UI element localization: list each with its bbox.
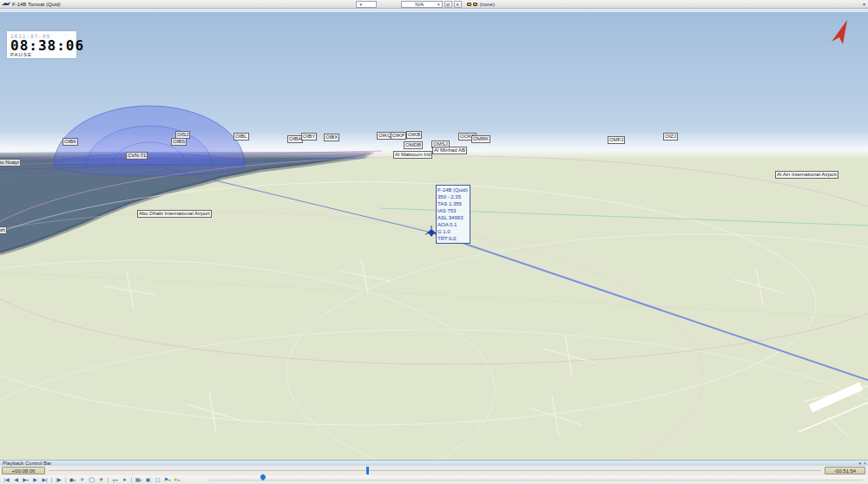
previous-sample-button[interactable]: ◀ <box>11 476 21 484</box>
map-label[interactable]: OMRK <box>471 135 490 143</box>
secondary-object-combo[interactable]: N/A ▾ <box>401 1 443 8</box>
world-viewport[interactable]: OIBKOISJOIBSCVN-71OIBLOIBAOIBYOIBXOIKQOI… <box>0 12 868 460</box>
camera-button[interactable]: ◉▾ <box>68 476 77 484</box>
jump-to-end-button[interactable]: ▶| <box>40 476 49 484</box>
app-logo-icon <box>2 1 10 7</box>
map-label[interactable]: Al Maktoum Intl <box>393 151 432 159</box>
chevron-down-icon: ▾ <box>360 2 363 7</box>
clock-overlay: 2011-07-09 08:38:06 PAUSE <box>7 31 76 58</box>
cockpit-view-button[interactable]: ✈ <box>96 476 106 484</box>
tacview-window: F-14B Tomcat (Quid) ▾ N/A ▾ ⇄ ▾ (none) ▾ <box>0 0 868 484</box>
labels-button[interactable]: ▣ <box>143 476 153 484</box>
telemetry-title: F-14B (Quid) <box>437 186 469 193</box>
elapsed-time-button[interactable]: +00:08:06 <box>2 467 45 474</box>
map-label[interactable]: Abu Nuayr <box>0 159 21 167</box>
remaining-time-button[interactable]: -00:51:54 <box>825 467 865 474</box>
vr-glasses-icon[interactable] <box>467 2 477 7</box>
map-label[interactable]: Abu Dhabi International Airport <box>137 210 212 218</box>
toolbar-overflow-chevron-icon[interactable]: ▾ <box>863 1 865 7</box>
clock-time: 08:38:06 <box>10 39 73 52</box>
map-label[interactable]: OMDB <box>404 141 423 149</box>
charts-button[interactable]: ▦▾ <box>134 476 143 484</box>
map-label[interactable]: OIZJ <box>663 133 678 141</box>
playback-bar-header[interactable]: Playback Control Bar ▾ × <box>0 460 868 466</box>
toolbar-separator <box>108 477 108 483</box>
playback-timeline-row: +00:08:06 -00:51:54 <box>0 466 868 475</box>
telemetry-line: IAS 753 <box>437 207 469 214</box>
map-label[interactable]: Al Ain International Airport <box>775 171 838 179</box>
swap-objects-button[interactable]: ▾ <box>454 1 462 8</box>
toolbar-separator <box>131 477 132 483</box>
telemetry-line: TAS 1,355 <box>437 200 469 207</box>
map-label[interactable]: OIBS <box>171 138 187 146</box>
telemetry-line: 350 - 2.35 <box>437 193 469 200</box>
map-label[interactable]: CVN-71 <box>126 152 148 160</box>
map-label[interactable]: OIBL <box>233 133 249 141</box>
map-label[interactable]: OIKP <box>391 132 406 140</box>
link-objects-button[interactable]: ⇄ <box>444 1 452 8</box>
map-label[interactable]: OIKB <box>406 131 422 139</box>
playback-buttons: |◀◀▶▾▶▶||▶◉▾✈◯✈┬▾➤▦▾▣▢⚑▾★▾ <box>2 476 181 484</box>
timeline-rail <box>49 470 821 471</box>
telemetry-lines: 350 - 2.35TAS 1,355IAS 753ASL 34993AOA 0… <box>437 193 469 242</box>
toolbar-separator <box>65 477 66 483</box>
timeline-track[interactable] <box>49 466 821 475</box>
realtime-play-button[interactable]: |▶ <box>54 476 63 484</box>
map-label[interactable]: OIBX <box>324 134 339 141</box>
objects-button[interactable]: ▢ <box>153 476 162 484</box>
favorites-button[interactable]: ★▾ <box>172 476 181 484</box>
map-label[interactable]: OMFJ <box>608 136 625 144</box>
selection-button[interactable]: ➤ <box>120 476 129 484</box>
jump-to-start-button[interactable]: |◀ <box>2 476 11 484</box>
map-label[interactable]: OIBK <box>62 138 78 146</box>
speed-slider-track[interactable] <box>208 480 863 481</box>
map-label[interactable]: Airport <box>0 226 7 234</box>
globe-view-button[interactable]: ◯ <box>87 476 96 484</box>
timeline-cursor[interactable] <box>366 467 369 474</box>
play-button[interactable]: ▶▾ <box>21 476 30 484</box>
vr-device-label: (none) <box>480 2 495 7</box>
telemetry-line: AOA 0.1 <box>437 221 469 228</box>
window-title: F-14B Tomcat (Quid) <box>12 2 61 7</box>
toolbar-separator <box>51 477 52 483</box>
map-label[interactable]: OIBY <box>301 133 317 141</box>
chevron-down-icon: ▾ <box>437 2 440 7</box>
telemetry-button[interactable]: ┬▾ <box>110 476 120 484</box>
telemetry-line: TRT 0.0 <box>437 235 469 242</box>
next-sample-button[interactable]: ▶ <box>30 476 40 484</box>
map-label[interactable]: Al Minhad AB <box>432 147 467 154</box>
telemetry-line: ASL 34993 <box>437 214 469 221</box>
bookmarks-button[interactable]: ⚑▾ <box>162 476 172 484</box>
telemetry-line: G 1.0 <box>437 228 469 235</box>
object-combo[interactable]: ▾ <box>356 1 377 8</box>
aircraft-view-button[interactable]: ✈ <box>77 476 87 484</box>
scene-3d <box>0 12 868 460</box>
top-toolbar: F-14B Tomcat (Quid) ▾ N/A ▾ ⇄ ▾ (none) ▾ <box>0 0 868 9</box>
telemetry-popup: F-14B (Quid) 350 - 2.35TAS 1,355IAS 753A… <box>436 185 470 244</box>
